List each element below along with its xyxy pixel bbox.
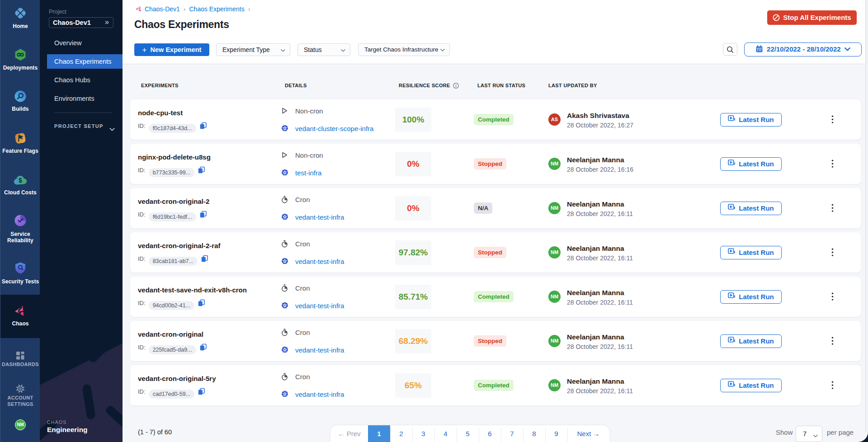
svg-text:$: $: [19, 177, 22, 184]
